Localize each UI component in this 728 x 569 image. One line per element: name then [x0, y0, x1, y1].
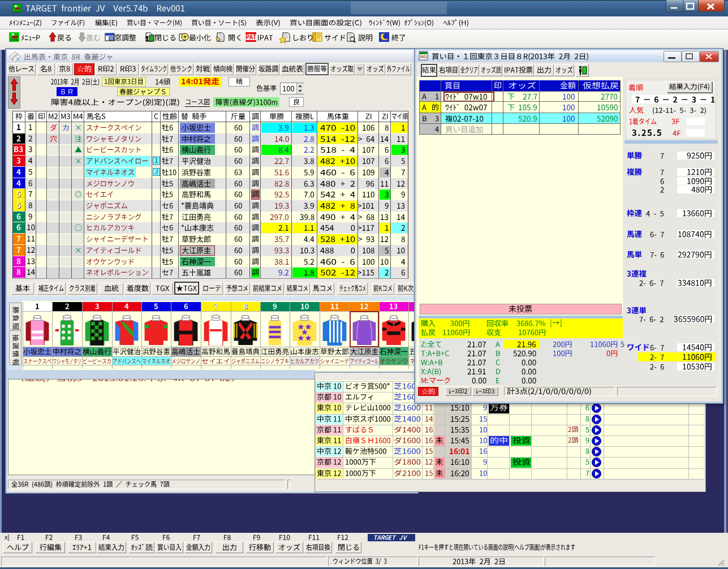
svg-text:PO: PO	[420, 54, 427, 59]
